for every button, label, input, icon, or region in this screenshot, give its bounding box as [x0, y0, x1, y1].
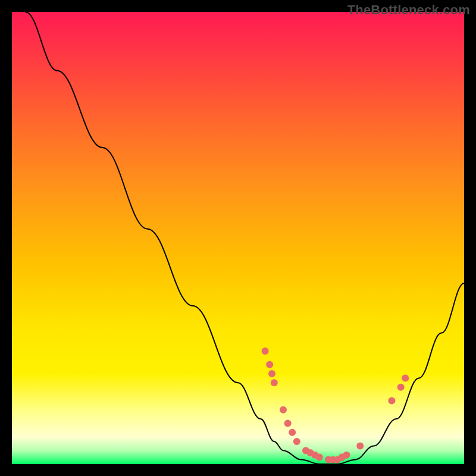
data-marker: [266, 361, 273, 368]
data-marker: [388, 397, 395, 405]
data-marker: [268, 370, 275, 377]
data-marker: [397, 384, 405, 391]
plot-area: [12, 12, 464, 464]
chart-frame: TheBottleneck.com: [0, 0, 476, 476]
watermark-text: TheBottleneck.com: [347, 2, 470, 18]
data-marker: [280, 406, 287, 414]
data-marker: [289, 429, 296, 436]
bottleneck-curve: [26, 12, 464, 464]
scatter-markers: [262, 347, 409, 463]
chart-svg: [12, 12, 464, 464]
data-marker: [262, 347, 269, 355]
data-marker: [356, 443, 364, 450]
data-marker: [402, 375, 409, 382]
data-marker: [343, 452, 350, 459]
data-marker: [293, 438, 300, 445]
data-marker: [316, 454, 323, 461]
data-marker: [271, 379, 278, 386]
data-marker: [284, 420, 292, 427]
